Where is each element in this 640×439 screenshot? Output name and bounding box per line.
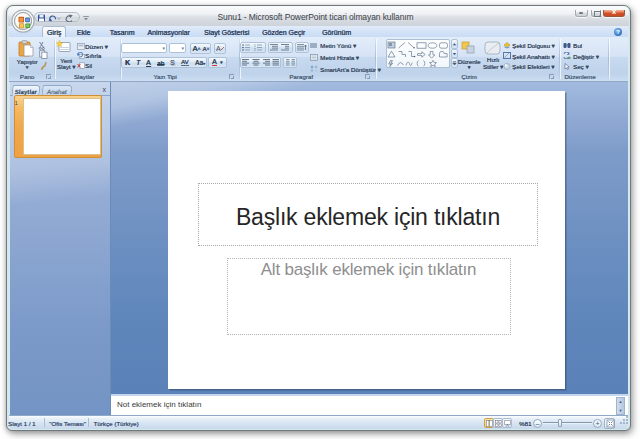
svg-text:ab: ab	[567, 55, 572, 59]
svg-text:1: 1	[254, 44, 256, 48]
svg-text:2: 2	[254, 48, 256, 51]
svg-text:A: A	[216, 45, 221, 52]
